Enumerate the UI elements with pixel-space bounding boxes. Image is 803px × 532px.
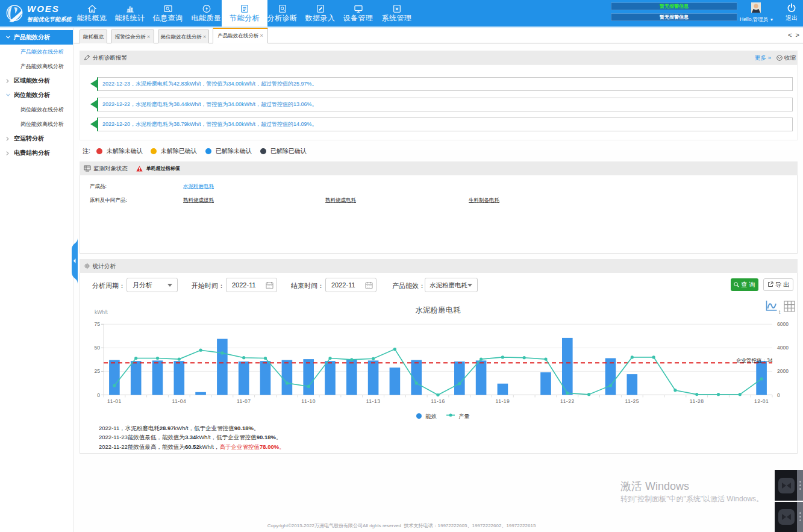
svg-text:水泥粉磨电耗: 水泥粉磨电耗 [416, 306, 461, 315]
svg-text:75: 75 [95, 321, 101, 327]
svg-text:11-28: 11-28 [690, 398, 704, 404]
svg-text:11-10: 11-10 [301, 398, 316, 404]
svg-text:0: 0 [777, 392, 780, 398]
svg-text:t: t [779, 309, 781, 315]
svg-text:4000: 4000 [777, 345, 789, 351]
svg-text:企业管控值：34: 企业管控值：34 [736, 357, 773, 363]
svg-text:11-01: 11-01 [107, 398, 122, 404]
svg-text:50: 50 [95, 345, 101, 351]
svg-text:6000: 6000 [777, 321, 789, 327]
svg-text:11-04: 11-04 [172, 398, 187, 404]
svg-text:11-22: 11-22 [560, 398, 575, 404]
svg-text:11-16: 11-16 [431, 398, 445, 404]
svg-text:2000: 2000 [777, 368, 789, 374]
svg-text:12-01: 12-01 [754, 398, 769, 404]
svg-text:kWh/t: kWh/t [95, 309, 108, 315]
svg-text:11-13: 11-13 [366, 398, 381, 404]
svg-text:11-25: 11-25 [625, 398, 639, 404]
svg-text:11-07: 11-07 [237, 398, 251, 404]
svg-text:11-19: 11-19 [496, 398, 510, 404]
svg-text:25: 25 [95, 368, 101, 374]
svg-text:0: 0 [97, 392, 100, 398]
